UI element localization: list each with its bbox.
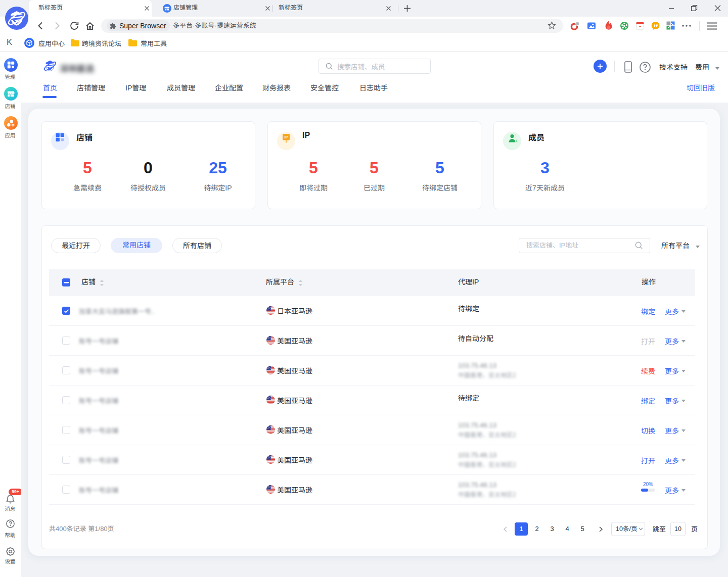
svg-text:IP: IP — [284, 135, 288, 139]
